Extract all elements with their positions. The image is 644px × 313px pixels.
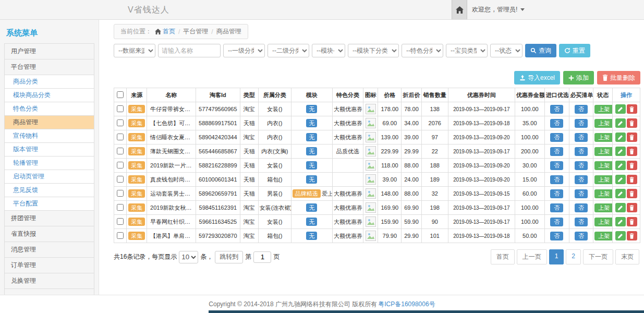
delete-button[interactable] — [627, 189, 637, 198]
delete-button[interactable] — [627, 231, 637, 240]
must-buy-toggle[interactable]: 否 — [575, 105, 588, 114]
row-checkbox[interactable] — [117, 119, 124, 126]
import-select-toggle[interactable]: 否 — [550, 105, 563, 114]
import-select-toggle[interactable]: 否 — [550, 189, 563, 198]
delete-button[interactable] — [627, 175, 637, 184]
sidebar-item[interactable]: 版本管理 — [5, 143, 94, 156]
page-button[interactable]: 2 — [566, 249, 581, 264]
sidebar-item[interactable]: 用户管理 — [5, 44, 94, 59]
name-input[interactable] — [158, 44, 221, 57]
status-button[interactable]: 上架 — [594, 119, 612, 128]
sidebar-item[interactable]: 商品分类 — [5, 75, 94, 89]
import-select-toggle[interactable]: 否 — [550, 203, 563, 212]
page-button[interactable]: 1 — [549, 249, 564, 264]
sidebar-item[interactable]: 平台管理 — [5, 59, 94, 75]
must-buy-toggle[interactable]: 否 — [575, 218, 588, 226]
sidebar-item[interactable]: 订单管理 — [5, 258, 94, 273]
batch-delete-button[interactable]: 批量删除 — [597, 71, 640, 85]
must-buy-toggle[interactable]: 否 — [575, 133, 588, 142]
status-button[interactable]: 上架 — [594, 232, 612, 240]
per-page-select[interactable]: 10 — [179, 251, 198, 263]
delete-button[interactable] — [627, 104, 637, 114]
must-buy-toggle[interactable]: 否 — [575, 189, 588, 198]
sidebar-item[interactable]: 省直快报 — [5, 226, 94, 242]
page-button[interactable]: 下一页 — [583, 249, 613, 264]
delete-button[interactable] — [627, 147, 637, 156]
sidebar-item[interactable]: 启动页管理 — [5, 170, 94, 184]
feature-category-select[interactable]: --特色分类-- — [402, 44, 443, 57]
sidebar-item[interactable]: 平台配置 — [5, 197, 94, 211]
row-checkbox[interactable] — [117, 232, 124, 239]
home-link[interactable]: 首页 — [163, 27, 175, 36]
sidebar-item[interactable]: 特色分类 — [5, 102, 94, 116]
sidebar-item[interactable]: 兑换管理 — [5, 273, 94, 289]
must-buy-toggle[interactable]: 否 — [575, 119, 588, 128]
status-button[interactable]: 上架 — [594, 218, 612, 226]
must-buy-toggle[interactable]: 否 — [575, 161, 588, 170]
row-checkbox[interactable] — [117, 134, 124, 140]
import-select-toggle[interactable]: 否 — [550, 161, 563, 170]
module-sub-category-select[interactable]: --模块下分类-- — [348, 44, 399, 57]
must-buy-toggle[interactable]: 否 — [575, 203, 588, 212]
row-checkbox[interactable] — [117, 176, 124, 183]
delete-button[interactable] — [627, 203, 637, 212]
status-button[interactable]: 上架 — [594, 147, 612, 156]
page-button[interactable]: 末页 — [615, 249, 639, 264]
status-button[interactable]: 上架 — [594, 105, 612, 114]
select-all-checkbox[interactable] — [117, 91, 124, 98]
edit-button[interactable] — [615, 104, 626, 114]
user-menu[interactable]: 欢迎您，管理员! — [472, 0, 525, 19]
row-checkbox[interactable] — [117, 190, 124, 197]
status-select[interactable]: --状态-- — [490, 44, 523, 57]
import-select-toggle[interactable]: 否 — [550, 232, 563, 240]
jump-button[interactable]: 跳转到 — [215, 251, 243, 263]
delete-button[interactable] — [627, 217, 637, 226]
reset-button[interactable]: 重置 — [559, 44, 590, 57]
row-checkbox[interactable] — [117, 204, 124, 211]
sidebar-item[interactable]: 宣传物料 — [5, 129, 94, 143]
sidebar-item[interactable]: 商品管理 — [5, 116, 94, 129]
must-buy-toggle[interactable]: 否 — [575, 147, 588, 156]
sidebar-item[interactable]: 模块商品分类 — [5, 89, 94, 102]
home-button[interactable] — [452, 0, 467, 19]
breadcrumb-home[interactable]: 首页 — [155, 27, 175, 36]
page-input[interactable] — [253, 251, 271, 263]
import-select-toggle[interactable]: 否 — [550, 133, 563, 142]
level1-category-select[interactable]: --一级分类-- — [223, 44, 265, 57]
status-button[interactable]: 上架 — [594, 161, 612, 170]
horizontal-scrollbar-thumb[interactable] — [209, 310, 644, 313]
edit-button[interactable] — [615, 175, 626, 184]
page-button[interactable]: 上一页 — [517, 249, 547, 264]
data-source-select[interactable]: --数据来源-- — [114, 44, 155, 57]
search-button[interactable]: 查询 — [525, 44, 556, 57]
sidebar-item[interactable]: 拼团管理 — [5, 211, 94, 226]
level2-category-select[interactable]: --二级分类-- — [268, 44, 309, 57]
edit-button[interactable] — [615, 161, 626, 170]
import-select-toggle[interactable]: 否 — [550, 175, 563, 184]
row-checkbox[interactable] — [117, 162, 124, 168]
edit-button[interactable] — [615, 231, 626, 240]
sidebar-item[interactable]: 意见反馈 — [5, 184, 94, 197]
status-button[interactable]: 上架 — [594, 175, 612, 184]
item-type-select[interactable]: --宝贝类型-- — [446, 44, 488, 57]
must-buy-toggle[interactable]: 否 — [575, 232, 588, 240]
status-button[interactable]: 上架 — [594, 133, 612, 142]
status-button[interactable]: 上架 — [594, 203, 612, 212]
edit-button[interactable] — [615, 217, 626, 226]
import-select-toggle[interactable]: 否 — [550, 147, 563, 156]
module-select[interactable]: --模块-- — [312, 44, 345, 57]
row-checkbox[interactable] — [117, 105, 124, 112]
import-excel-button[interactable]: 导入excel — [514, 71, 560, 85]
edit-button[interactable] — [615, 133, 626, 142]
sidebar-item[interactable]: 消息管理 — [5, 242, 94, 258]
sidebar-item[interactable]: 轮播管理 — [5, 156, 94, 170]
sidebar-item-clipped[interactable] — [5, 289, 94, 295]
import-select-toggle[interactable]: 否 — [550, 119, 563, 128]
row-checkbox[interactable] — [117, 148, 124, 154]
edit-button[interactable] — [615, 118, 626, 128]
edit-button[interactable] — [615, 189, 626, 198]
row-checkbox[interactable] — [117, 218, 124, 225]
page-button[interactable]: 首页 — [491, 249, 515, 264]
edit-button[interactable] — [615, 203, 626, 212]
import-select-toggle[interactable]: 否 — [550, 218, 563, 226]
